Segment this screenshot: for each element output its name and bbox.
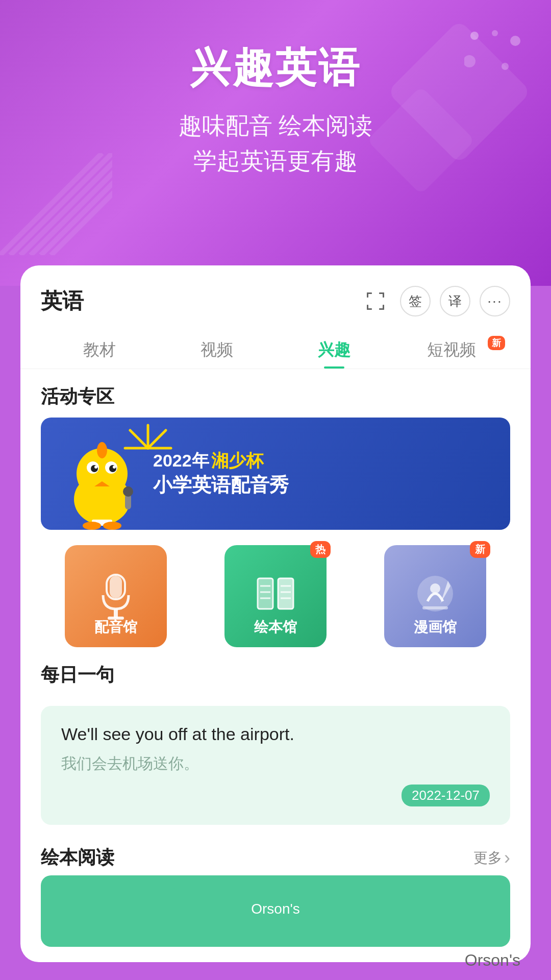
- feature-picture-book[interactable]: 热 绘本馆: [201, 545, 350, 647]
- svg-line-0: [0, 153, 102, 255]
- microphone-icon: [95, 571, 136, 622]
- feature-dubbing[interactable]: 配音馆: [41, 545, 190, 647]
- daily-date-badge: 2022-12-07: [402, 785, 490, 806]
- picturebook-label: 绘本馆: [254, 618, 297, 637]
- dubbing-label: 配音馆: [94, 618, 137, 637]
- svg-rect-16: [367, 305, 368, 310]
- tab-short-video[interactable]: 短视频 新: [393, 332, 510, 369]
- daily-sentence-card[interactable]: We'll see you off at the airport. 我们会去机场…: [41, 706, 510, 825]
- tab-bar: 教材 视频 兴趣 短视频 新: [20, 322, 531, 369]
- reading-section-header: 绘本阅读 更多: [20, 830, 531, 875]
- banner-highlight: 湘少杯: [211, 451, 263, 470]
- scan-icon[interactable]: [360, 286, 391, 316]
- svg-rect-44: [278, 578, 293, 609]
- picturebook-badge: 热: [310, 541, 331, 558]
- tab-video[interactable]: 视频: [158, 332, 276, 369]
- feature-manga[interactable]: 新 漫画馆: [361, 545, 510, 647]
- svg-rect-18: [383, 305, 384, 310]
- daily-chinese: 我们会去机场送你。: [61, 753, 490, 774]
- svg-point-30: [83, 522, 101, 530]
- svg-point-33: [123, 486, 133, 497]
- short-video-badge: 新: [488, 336, 505, 350]
- svg-point-31: [103, 522, 121, 530]
- book-preview-image: Orson's: [173, 886, 378, 937]
- svg-line-37: [130, 430, 148, 448]
- card-title: 英语: [41, 287, 84, 315]
- svg-rect-43: [258, 578, 273, 609]
- activity-section-title: 活动专区: [20, 369, 531, 418]
- sign-icon[interactable]: 签: [400, 286, 431, 316]
- svg-point-26: [94, 465, 97, 469]
- card-action-icons: 签 译 ···: [360, 286, 510, 316]
- manga-label: 漫画馆: [414, 618, 457, 637]
- svg-point-10: [502, 63, 509, 70]
- banner-event: 小学英语配音秀: [153, 473, 289, 498]
- attribution-text: Orson's: [465, 951, 520, 970]
- decorative-lines: [0, 153, 112, 255]
- main-title: 兴趣英语: [190, 41, 361, 96]
- svg-rect-14: [383, 292, 384, 298]
- main-card: 英语 签 译: [20, 265, 531, 962]
- reading-title: 绘本阅读: [41, 845, 114, 870]
- daily-section-title: 每日一句: [20, 647, 531, 696]
- svg-point-54: [430, 583, 440, 594]
- decorative-dots: [464, 26, 525, 87]
- dubbing-icon-wrap: 配音馆: [65, 545, 167, 647]
- sub-title: 趣味配音 绘本阅读 学起英语更有趣: [179, 108, 373, 179]
- book-icon: [253, 571, 298, 622]
- svg-point-27: [113, 465, 116, 469]
- banner-year: 2022年: [153, 451, 209, 470]
- svg-rect-55: [422, 606, 448, 609]
- daily-date-area: 2022-12-07: [61, 785, 490, 806]
- svg-point-28: [97, 442, 107, 458]
- manga-icon: [412, 571, 458, 622]
- book-preview-strip[interactable]: Orson's: [41, 875, 510, 947]
- tab-textbook[interactable]: 教材: [41, 332, 158, 369]
- svg-point-9: [464, 55, 475, 67]
- svg-point-8: [510, 36, 520, 46]
- svg-line-35: [148, 430, 166, 448]
- banner-text: 2022年 湘少杯 小学英语配音秀: [153, 449, 289, 498]
- svg-line-1: [10, 153, 112, 255]
- translate-icon[interactable]: 译: [440, 286, 470, 316]
- svg-rect-12: [367, 292, 368, 298]
- more-icon[interactable]: ···: [480, 286, 510, 316]
- header-background: 兴趣英语 趣味配音 绘本阅读 学起英语更有趣: [0, 0, 551, 286]
- manga-icon-wrap: 新 漫画馆: [384, 545, 486, 647]
- svg-rect-39: [110, 576, 122, 598]
- svg-point-6: [470, 32, 479, 40]
- reading-more-link[interactable]: 更多: [473, 847, 510, 869]
- manga-badge: 新: [470, 541, 490, 558]
- picturebook-icon-wrap: 热 绘本馆: [224, 545, 327, 647]
- activity-banner[interactable]: 2022年 湘少杯 小学英语配音秀: [41, 418, 510, 530]
- feature-grid: 配音馆 热 绘本馆: [20, 540, 531, 647]
- daily-english: We'll see you off at the airport.: [61, 724, 490, 744]
- svg-point-7: [492, 30, 498, 36]
- tab-interest[interactable]: 兴趣: [276, 332, 393, 369]
- svg-text:Orson's: Orson's: [251, 901, 300, 917]
- card-header: 英语 签 译: [20, 265, 531, 316]
